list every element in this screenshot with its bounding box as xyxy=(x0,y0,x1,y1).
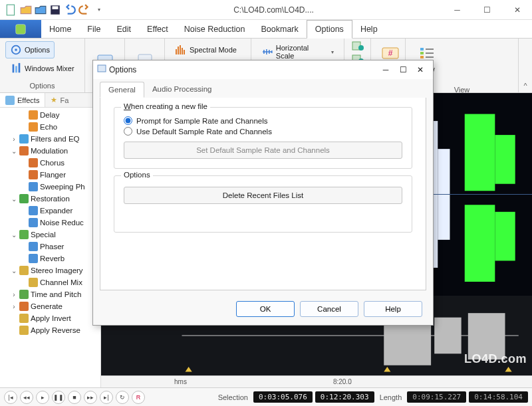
radio-default[interactable]: Use Default Sample Rate and Channels xyxy=(124,127,402,136)
tree-delay[interactable]: Delay xyxy=(0,109,100,121)
spectral-mode-button[interactable]: Spectral Mode xyxy=(170,41,241,58)
options-dialog: Options ─ ☐ ✕ General Audio Processing W… xyxy=(92,60,434,326)
qat-dropdown-icon[interactable]: ▾ xyxy=(93,4,105,16)
tree-expander[interactable]: Expander xyxy=(0,205,100,217)
qat-new-icon[interactable] xyxy=(5,4,17,16)
dialog-tab-general[interactable]: General xyxy=(100,82,144,98)
tree-item-label: Phaser xyxy=(40,243,64,251)
app-menu-button[interactable] xyxy=(0,20,41,38)
transport-stop-button[interactable]: ■ xyxy=(68,391,81,404)
qat-undo-icon[interactable] xyxy=(64,4,76,16)
ribbon-collapse-icon[interactable]: ^ xyxy=(519,39,532,92)
tree-rev-icon xyxy=(19,325,29,336)
tree-noise-reduc[interactable]: Noise Reduc xyxy=(0,217,100,229)
tree-generate[interactable]: ›Generate xyxy=(0,300,100,312)
tree-flanger[interactable]: Flanger xyxy=(0,169,100,181)
tree-filters-and-eq[interactable]: ›Filters and EQ xyxy=(0,133,100,145)
tree-echo[interactable]: Echo xyxy=(0,121,100,133)
menu-home[interactable]: Home xyxy=(41,20,79,38)
svg-rect-38 xyxy=(495,212,515,261)
help-button[interactable]: Help xyxy=(364,301,422,317)
delete-recent-button[interactable]: Delete Recent Files List xyxy=(124,187,402,204)
length-label: Length xyxy=(380,393,402,401)
transport-pause-button[interactable]: ❚❚ xyxy=(52,391,65,404)
sidebar-tab-effects[interactable]: Effects xyxy=(0,93,45,107)
svg-rect-2 xyxy=(53,6,59,9)
tree-apply-invert[interactable]: Apply Invert xyxy=(0,312,100,324)
svg-text:#: # xyxy=(388,49,393,58)
tree-item-label: Apply Reverse xyxy=(31,326,80,334)
options-button[interactable]: Options xyxy=(5,41,55,58)
maximize-button[interactable]: ☐ xyxy=(472,0,502,20)
tree-chorus[interactable]: Chorus xyxy=(0,157,100,169)
tree-twisty-icon[interactable]: › xyxy=(11,291,17,298)
selection-end-readout: 0:12:20.303 xyxy=(315,391,374,403)
tree-restoration[interactable]: ⌄Restoration xyxy=(0,193,100,205)
tree-item-label: Noise Reduc xyxy=(40,219,84,227)
radio-prompt-input[interactable] xyxy=(124,116,132,125)
transport-end-button[interactable]: ▸| xyxy=(100,391,113,404)
transport-start-button[interactable]: |◂ xyxy=(4,391,17,404)
radio-prompt[interactable]: Prompt for Sample Rate and Channels xyxy=(124,116,402,125)
menu-effect[interactable]: Effect xyxy=(139,20,176,38)
svg-rect-27 xyxy=(420,56,424,58)
dialog-minimize-button[interactable]: ─ xyxy=(377,62,394,77)
tree-twisty-icon[interactable]: ⌄ xyxy=(11,195,17,203)
menu-edit[interactable]: Edit xyxy=(109,20,140,38)
fieldset-new-file: WWhen creating a new filehen creating a … xyxy=(114,107,412,169)
tree-modulation[interactable]: ⌄Modulation xyxy=(0,145,100,157)
sidebar-tab-favorites[interactable]: ★ Fa xyxy=(45,93,74,107)
tree-reverb[interactable]: Reverb xyxy=(0,253,100,264)
tree-twisty-icon[interactable]: ⌄ xyxy=(11,267,17,274)
tree-special[interactable]: ⌄Special xyxy=(0,229,100,241)
tree-item-label: Flanger xyxy=(40,171,66,179)
dialog-buttons: OK Cancel Help xyxy=(93,296,433,325)
tree-item-label: Channel Mix xyxy=(40,278,82,286)
qat-redo-icon[interactable] xyxy=(78,4,90,16)
tree-twisty-icon[interactable]: › xyxy=(11,136,17,143)
tree-chorus-icon xyxy=(28,157,39,168)
svg-rect-0 xyxy=(7,5,14,15)
tree-time-and-pitch[interactable]: ›Time and Pitch xyxy=(0,288,100,300)
tree-apply-reverse[interactable]: Apply Reverse xyxy=(0,324,100,336)
windows-mixer-button[interactable]: Windows Mixer xyxy=(5,60,79,77)
menu-file[interactable]: File xyxy=(79,20,108,38)
transport-loop-button[interactable]: ↻ xyxy=(116,391,129,404)
tree-twisty-icon[interactable]: › xyxy=(11,303,17,310)
dialog-maximize-button[interactable]: ☐ xyxy=(394,62,412,77)
tree-item-label: Expander xyxy=(40,207,72,215)
transport-rewind-button[interactable]: ◂◂ xyxy=(20,391,33,404)
close-button[interactable]: ✕ xyxy=(502,0,532,20)
cancel-button[interactable]: Cancel xyxy=(300,301,358,317)
dialog-close-button[interactable]: ✕ xyxy=(412,62,429,77)
svg-point-20 xyxy=(358,45,364,51)
ribbon-small-add-icon[interactable] xyxy=(352,41,364,52)
tree-twisty-icon[interactable]: ⌄ xyxy=(11,231,17,239)
fieldset-options-legend: Options xyxy=(121,171,153,179)
transport-play-button[interactable]: ▸ xyxy=(36,391,49,404)
menu-bookmark[interactable]: Bookmark xyxy=(253,20,307,38)
ok-button[interactable]: OK xyxy=(236,301,295,317)
tree-phaser[interactable]: Phaser xyxy=(0,241,100,253)
tree-channel-mix[interactable]: Channel Mix xyxy=(0,276,100,288)
minimize-button[interactable]: ─ xyxy=(442,0,472,20)
tree-restore-icon xyxy=(19,193,29,204)
set-default-button[interactable]: Set Default Sample Rate and Channels xyxy=(124,142,402,159)
tree-item-label: Apply Invert xyxy=(31,314,71,322)
menu-noise-reduction[interactable]: Noise Reduction xyxy=(176,20,253,38)
radio-default-input[interactable] xyxy=(124,127,132,136)
tree-sweeping-ph[interactable]: Sweeping Ph xyxy=(0,181,100,193)
qat-open-icon[interactable] xyxy=(20,4,32,16)
svg-rect-15 xyxy=(178,47,179,54)
qat-save-icon[interactable] xyxy=(49,4,61,16)
transport-ffwd-button[interactable]: ▸▸ xyxy=(84,391,97,404)
transport-record-button[interactable]: R xyxy=(132,391,145,404)
tree-time-icon xyxy=(19,289,29,300)
tree-stereo-imagery[interactable]: ⌄Stereo Imagery xyxy=(0,264,100,276)
ruler-t2: 8:20.0 xyxy=(333,378,352,385)
menu-options[interactable]: Options xyxy=(307,20,352,39)
tree-twisty-icon[interactable]: ⌄ xyxy=(11,148,17,155)
dialog-tab-audio-processing[interactable]: Audio Processing xyxy=(144,82,220,98)
qat-open2-icon[interactable] xyxy=(35,4,47,16)
menu-help[interactable]: Help xyxy=(352,20,386,38)
